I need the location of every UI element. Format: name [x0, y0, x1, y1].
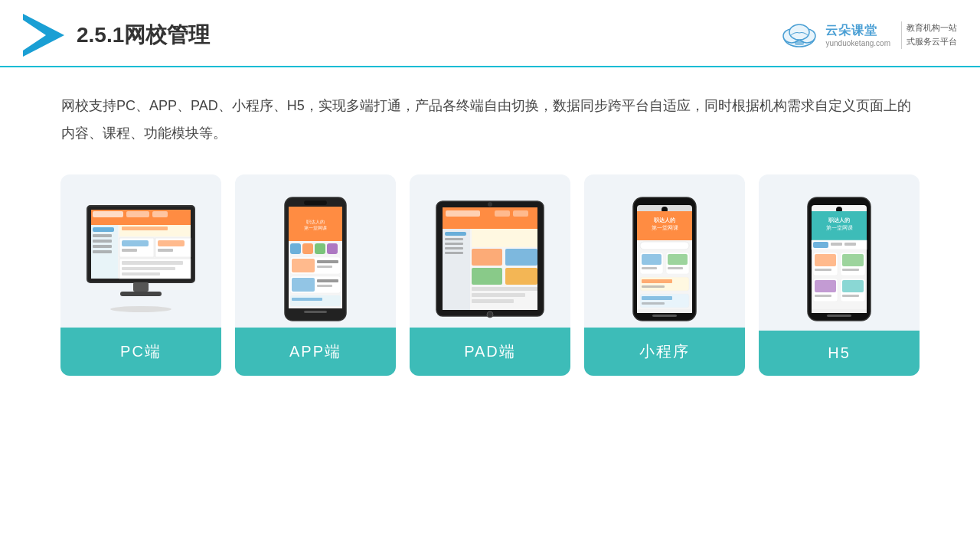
svg-text:职达人的: 职达人的: [306, 220, 325, 224]
brand-text: 云朵课堂 yunduoketang.com: [825, 23, 890, 47]
svg-rect-18: [93, 250, 112, 253]
svg-rect-11: [126, 211, 149, 217]
svg-rect-23: [122, 249, 137, 252]
svg-rect-46: [292, 259, 315, 272]
svg-rect-64: [445, 247, 463, 249]
svg-rect-37: [289, 207, 342, 214]
svg-rect-123: [827, 315, 851, 317]
title-text: 网校管理: [124, 23, 210, 47]
svg-rect-71: [472, 287, 537, 291]
svg-rect-107: [813, 242, 828, 248]
svg-rect-28: [122, 261, 183, 265]
svg-text:第一堂网课: 第一堂网课: [652, 225, 678, 230]
card-pad-image: [410, 190, 570, 328]
svg-rect-121: [842, 295, 859, 297]
svg-point-77: [487, 311, 493, 318]
svg-rect-62: [445, 238, 463, 240]
svg-rect-73: [472, 299, 514, 303]
svg-rect-95: [640, 294, 689, 308]
svg-rect-50: [292, 278, 315, 292]
svg-rect-43: [315, 243, 325, 254]
svg-rect-93: [642, 279, 672, 283]
card-h5-image: 职达人的 第一堂网课: [759, 190, 920, 328]
svg-rect-70: [505, 268, 537, 285]
svg-rect-61: [445, 232, 466, 236]
svg-point-58: [488, 202, 492, 207]
title-number: 2.5.1: [77, 23, 124, 47]
platform-cards: PC端 职达人的 第一堂网课: [0, 147, 980, 376]
card-pc-image: [60, 190, 221, 328]
svg-rect-10: [93, 211, 123, 217]
header-left: 2.5.1网校管理: [23, 14, 210, 57]
svg-rect-22: [122, 240, 149, 246]
card-pad: PAD端: [410, 174, 570, 376]
card-h5: 职达人的 第一堂网课: [759, 174, 920, 376]
svg-rect-74: [446, 210, 480, 217]
brand-name: 云朵课堂: [825, 23, 877, 39]
svg-text:第一堂网课: 第一堂网课: [304, 226, 327, 230]
svg-rect-54: [292, 298, 322, 301]
svg-rect-14: [93, 227, 114, 232]
svg-rect-92: [640, 277, 689, 291]
svg-rect-68: [505, 249, 537, 266]
svg-rect-29: [122, 267, 175, 270]
brand-slogan: 教育机构一站式服务云平台: [901, 21, 957, 48]
svg-text:职达人的: 职达人的: [653, 217, 675, 223]
logo-icon: [23, 14, 64, 57]
svg-rect-72: [472, 293, 525, 297]
card-pc-label: PC端: [60, 328, 221, 376]
svg-rect-16: [93, 240, 112, 243]
page-title: 2.5.1网校管理: [77, 21, 210, 50]
svg-rect-30: [122, 272, 160, 276]
svg-rect-12: [152, 211, 168, 217]
svg-rect-81: [637, 205, 692, 211]
card-pad-label: PAD端: [410, 328, 570, 376]
svg-rect-51: [317, 279, 338, 282]
page-header: 2.5.1网校管理 云朵课堂 yunduoketang.com 教育机构一站式服…: [0, 0, 980, 67]
svg-rect-60: [443, 229, 470, 310]
svg-rect-52: [317, 285, 332, 287]
svg-rect-87: [642, 254, 662, 265]
svg-rect-67: [472, 249, 502, 266]
svg-rect-75: [495, 210, 510, 217]
brand-url: yunduoketang.com: [825, 39, 890, 47]
svg-text:第一堂网课: 第一堂网课: [826, 225, 853, 230]
svg-rect-20: [122, 227, 168, 230]
svg-point-5: [789, 24, 809, 40]
svg-rect-90: [668, 254, 688, 265]
card-h5-label: H5: [759, 331, 920, 376]
svg-rect-66: [472, 229, 537, 247]
svg-rect-41: [290, 243, 301, 254]
svg-rect-94: [642, 285, 665, 288]
svg-rect-88: [642, 267, 657, 269]
svg-rect-122: [812, 309, 867, 313]
svg-rect-63: [445, 243, 463, 245]
svg-rect-112: [815, 269, 831, 271]
svg-rect-76: [513, 210, 528, 217]
svg-point-33: [110, 306, 172, 312]
svg-rect-31: [133, 282, 149, 292]
svg-rect-91: [668, 267, 683, 269]
svg-rect-42: [302, 243, 313, 254]
svg-rect-97: [642, 302, 665, 305]
svg-rect-44: [327, 243, 338, 254]
svg-rect-109: [844, 243, 856, 246]
svg-rect-65: [445, 252, 463, 254]
svg-rect-15: [93, 234, 112, 237]
svg-rect-55: [304, 311, 327, 313]
svg-rect-17: [93, 245, 112, 248]
description-text: 网校支持PC、APP、PAD、小程序、H5，实现多端打通，产品各终端自由切换，数…: [0, 67, 980, 147]
card-app-label: APP端: [235, 328, 396, 376]
card-pc: PC端: [60, 174, 221, 376]
svg-rect-118: [815, 295, 831, 297]
svg-rect-99: [652, 315, 677, 317]
svg-rect-117: [815, 280, 836, 292]
svg-text:职达人的: 职达人的: [828, 217, 850, 223]
svg-rect-32: [120, 292, 162, 296]
svg-rect-114: [842, 254, 864, 266]
svg-rect-111: [815, 254, 836, 266]
card-miniapp-image: 职达人的 第一堂网课: [584, 190, 745, 328]
svg-rect-47: [317, 260, 338, 263]
cloud-icon: [779, 19, 819, 51]
svg-rect-6: [795, 41, 804, 45]
